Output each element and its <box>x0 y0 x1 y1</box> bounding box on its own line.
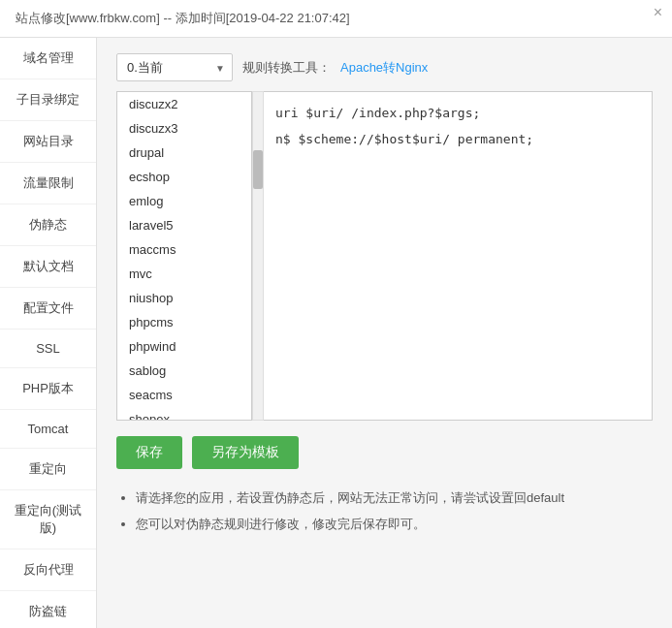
list-item-laravel5[interactable]: laravel5 <box>117 213 251 237</box>
sidebar: 域名管理 子目录绑定 网站目录 流量限制 伪静态 默认文档 配置文件 SSL P… <box>0 38 97 628</box>
sidebar-item-redirect[interactable]: 重定向 <box>0 449 96 490</box>
header-title: 站点修改[www.frbkw.com] -- 添加时间[2019-04-22 2… <box>16 11 350 25</box>
content-area: discuzx2 discuzx3 drupal ecshop emlog la… <box>116 91 653 421</box>
apache-to-nginx-link[interactable]: Apache转Nginx <box>340 59 428 77</box>
save-button[interactable]: 保存 <box>116 436 182 469</box>
list-item-seacms[interactable]: seacms <box>117 383 251 407</box>
sidebar-item-domain[interactable]: 域名管理 <box>0 38 96 79</box>
sidebar-item-redirect-test[interactable]: 重定向(测试版) <box>0 490 96 550</box>
main-content: 0.当前 ▼ 规则转换工具： Apache转Nginx discuzx2 dis… <box>97 38 672 628</box>
sidebar-item-reverse-proxy[interactable]: 反向代理 <box>0 550 96 591</box>
list-item-discuzx3[interactable]: discuzx3 <box>117 116 251 141</box>
close-button[interactable]: × <box>654 4 662 21</box>
scrollbar-track[interactable] <box>252 91 264 421</box>
list-item-discuzx2[interactable]: discuzx2 <box>117 92 251 116</box>
list-item-emlog[interactable]: emlog <box>117 189 251 213</box>
header-bar: 站点修改[www.frbkw.com] -- 添加时间[2019-04-22 2… <box>0 0 672 38</box>
list-item-sablog[interactable]: sablog <box>117 359 251 383</box>
sidebar-item-traffic[interactable]: 流量限制 <box>0 163 96 204</box>
sidebar-item-pseudo[interactable]: 伪静态 <box>0 204 96 246</box>
sidebar-item-website[interactable]: 网站目录 <box>0 121 96 163</box>
save-template-button[interactable]: 另存为模板 <box>192 436 299 469</box>
rule-converter-row: 0.当前 ▼ 规则转换工具： Apache转Nginx <box>116 53 653 81</box>
list-item-shopex[interactable]: shopex <box>117 407 251 421</box>
list-item-phpcms[interactable]: phpcms <box>117 310 251 334</box>
list-item-ecshop[interactable]: ecshop <box>117 165 251 189</box>
rule-converter-label: 规则转换工具： <box>242 59 331 77</box>
sidebar-item-ssl[interactable]: SSL <box>0 330 96 368</box>
tips-list: 请选择您的应用，若设置伪静态后，网站无法正常访问，请尝试设置回default 您… <box>116 488 653 535</box>
sidebar-item-tomcat[interactable]: Tomcat <box>0 410 96 449</box>
button-row: 保存 另存为模板 <box>116 436 653 469</box>
sidebar-item-subdir[interactable]: 子目录绑定 <box>0 79 96 121</box>
sidebar-item-default-doc[interactable]: 默认文档 <box>0 246 96 288</box>
scrollbar-thumb[interactable] <box>253 150 263 189</box>
code-line-2: n$ $scheme://$host$uri/ permanent; <box>275 130 640 150</box>
list-item-phpwind[interactable]: phpwind <box>117 334 251 359</box>
sidebar-item-config[interactable]: 配置文件 <box>0 288 96 330</box>
list-item-drupal[interactable]: drupal <box>117 141 251 165</box>
preset-dropdown[interactable]: 0.当前 <box>116 53 233 81</box>
layout: 域名管理 子目录绑定 网站目录 流量限制 伪静态 默认文档 配置文件 SSL P… <box>0 38 672 628</box>
code-line-1: uri $uri/ /index.php?$args; <box>275 104 640 124</box>
tip-1: 请选择您的应用，若设置伪静态后，网站无法正常访问，请尝试设置回default <box>136 488 653 509</box>
list-item-maccms[interactable]: maccms <box>117 237 251 262</box>
sidebar-item-hotlink[interactable]: 防盗链 <box>0 591 96 628</box>
code-editor[interactable]: uri $uri/ /index.php?$args; n$ $scheme:/… <box>264 91 653 421</box>
list-item-niushop[interactable]: niushop <box>117 286 251 310</box>
preset-dropdown-container: 0.当前 ▼ <box>116 53 233 81</box>
dropdown-list[interactable]: discuzx2 discuzx3 drupal ecshop emlog la… <box>116 91 252 421</box>
sidebar-item-php[interactable]: PHP版本 <box>0 368 96 410</box>
list-item-mvc[interactable]: mvc <box>117 262 251 286</box>
tip-2: 您可以对伪静态规则进行修改，修改完后保存即可。 <box>136 515 653 535</box>
